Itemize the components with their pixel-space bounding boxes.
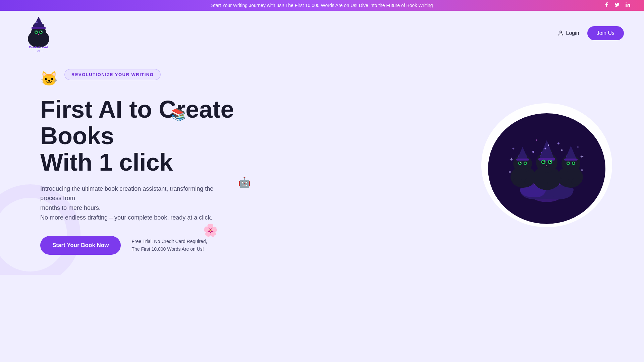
hero-illustration-area: ✦ ✦ ✦ ✦ <box>476 92 617 232</box>
svg-point-80 <box>561 149 563 151</box>
svg-rect-16 <box>32 27 46 29</box>
logo-image: BookWizzard — AI — <box>20 15 57 52</box>
svg-point-78 <box>547 179 559 187</box>
hero-subtitle: Introducing the ultimate book creation a… <box>40 184 215 223</box>
svg-point-41 <box>526 162 526 163</box>
floating-books-icon: 📚 <box>171 108 185 122</box>
svg-text:✦: ✦ <box>509 157 514 162</box>
svg-point-17 <box>36 21 38 23</box>
svg-point-68 <box>545 147 546 149</box>
svg-marker-15 <box>33 17 44 27</box>
svg-text:✦: ✦ <box>576 145 580 149</box>
svg-point-59 <box>571 178 581 185</box>
svg-point-77 <box>534 179 546 187</box>
svg-point-82 <box>557 142 559 144</box>
svg-point-69 <box>548 144 549 146</box>
social-icons-group <box>604 2 631 9</box>
svg-point-12 <box>37 32 37 32</box>
svg-point-57 <box>574 162 575 163</box>
svg-point-13 <box>41 32 42 32</box>
free-trial-text: Free Trial, No Credit Card Required, The… <box>131 238 207 253</box>
svg-text:✦: ✦ <box>580 154 584 160</box>
banner-text: Start Your Writing Journey with us!! The… <box>211 3 433 8</box>
join-us-button[interactable]: Join Us <box>587 26 624 40</box>
svg-point-40 <box>520 162 521 163</box>
linkedin-icon[interactable] <box>625 2 631 9</box>
start-book-button[interactable]: Start Your Book Now <box>40 236 121 255</box>
cta-row: Start Your Book Now Free Trial, No Credi… <box>40 236 234 255</box>
svg-point-75 <box>550 161 551 162</box>
hero-section: 📚 🤖 🌸 🐱 REVOLUTIONIZE YOUR WRITING First… <box>0 56 644 275</box>
navbar: BookWizzard — AI — Login Join Us <box>0 11 644 56</box>
svg-point-56 <box>569 162 569 163</box>
svg-point-83 <box>509 171 511 173</box>
revolutionize-badge: REVOLUTIONIZE YOUR WRITING <box>64 69 161 80</box>
svg-text:✦: ✦ <box>512 146 515 151</box>
svg-point-42 <box>512 178 522 185</box>
svg-text:— AI —: — AI — <box>34 49 43 52</box>
svg-rect-35 <box>516 159 529 161</box>
svg-rect-51 <box>564 159 578 161</box>
svg-rect-0 <box>626 4 627 7</box>
twitter-icon[interactable] <box>614 2 620 9</box>
svg-point-81 <box>536 139 537 141</box>
logo-area: BookWizzard — AI — <box>20 15 57 52</box>
svg-point-79 <box>532 151 534 153</box>
svg-point-21 <box>560 31 562 33</box>
bottom-section <box>0 275 644 362</box>
cat-emoji-icon: 🐱 <box>40 70 58 87</box>
svg-point-84 <box>581 169 583 171</box>
facebook-icon[interactable] <box>604 2 609 9</box>
svg-rect-67 <box>538 158 555 161</box>
floating-circuit-icon: 🌸 <box>203 223 217 237</box>
svg-point-74 <box>544 161 545 162</box>
floating-ai-icon: 🤖 <box>238 176 250 188</box>
svg-point-18 <box>40 19 41 20</box>
wizard-cats-illustration: ✦ ✦ ✦ ✦ <box>476 92 617 232</box>
hero-title: First AI to Create Books With 1 click <box>40 96 234 176</box>
nav-right: Login Join Us <box>558 26 624 40</box>
svg-point-1 <box>626 2 627 3</box>
login-button[interactable]: Login <box>558 30 579 36</box>
top-banner: Start Your Writing Journey with us!! The… <box>0 0 644 11</box>
svg-text:BookWizzard: BookWizzard <box>29 46 48 49</box>
login-label: Login <box>566 30 579 36</box>
